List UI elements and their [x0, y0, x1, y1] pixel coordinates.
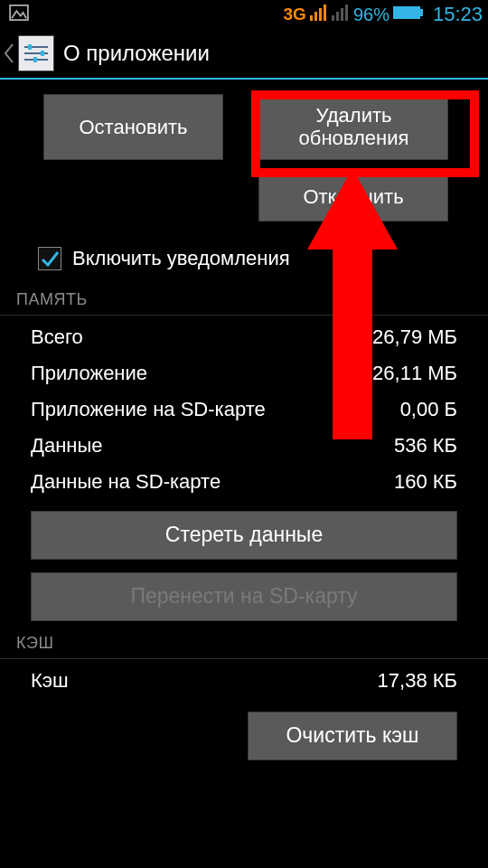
notifications-label: Включить уведомления — [72, 247, 290, 270]
svg-rect-16 — [33, 57, 37, 62]
svg-rect-4 — [324, 5, 326, 21]
settings-icon — [18, 35, 54, 71]
move-sd-wrap: Перенести на SD-карту — [0, 569, 488, 630]
clock: 15:23 — [433, 3, 483, 26]
svg-rect-8 — [345, 5, 348, 21]
cache-row: Кэш17,38 КБ — [0, 663, 488, 699]
storage-row: Приложение на SD-карте0,00 Б — [0, 392, 488, 428]
disable-button[interactable]: Отключить — [258, 173, 448, 222]
cache-section-header: КЭШ — [0, 630, 488, 659]
storage-row: Всего26,79 МБ — [0, 319, 488, 355]
notifications-row[interactable]: Включить уведомления — [0, 234, 488, 287]
storage-section-header: ПАМЯТЬ — [0, 287, 488, 316]
stop-button[interactable]: Остановить — [43, 94, 223, 160]
cache-list: Кэш17,38 КБ — [0, 659, 488, 706]
signal-bars-icon-1 — [310, 5, 328, 25]
picture-icon — [9, 5, 29, 25]
title-bar[interactable]: О приложении — [0, 29, 488, 80]
storage-row: Приложение26,11 МБ — [0, 355, 488, 392]
notifications-checkbox[interactable] — [38, 247, 61, 270]
network-label: 3G — [284, 5, 306, 24]
status-bar: 3G 96% 15:23 — [0, 0, 488, 29]
uninstall-updates-button[interactable]: Удалить обновления — [259, 94, 448, 160]
svg-rect-7 — [341, 8, 343, 21]
svg-rect-1 — [310, 15, 313, 21]
svg-rect-10 — [420, 9, 423, 16]
svg-rect-14 — [41, 51, 44, 56]
storage-row: Данные536 КБ — [0, 428, 488, 464]
action-row-2: Отключить — [0, 173, 488, 222]
battery-icon — [393, 5, 426, 25]
move-to-sd-button: Перенести на SD-карту — [31, 572, 457, 621]
clear-cache-button[interactable]: Очистить кэш — [248, 712, 457, 760]
page-title: О приложении — [63, 41, 210, 66]
action-row-1: Остановить Удалить обновления — [0, 94, 488, 160]
svg-rect-3 — [319, 8, 322, 21]
status-left — [5, 5, 284, 25]
svg-rect-6 — [336, 12, 339, 21]
clear-data-wrap: Стереть данные — [0, 507, 488, 569]
svg-rect-9 — [393, 6, 420, 19]
clear-data-button[interactable]: Стереть данные — [31, 511, 457, 560]
signal-bars-icon-2 — [332, 5, 350, 25]
storage-row: Данные на SD-карте160 КБ — [0, 464, 488, 500]
content: Остановить Удалить обновления Отключить … — [0, 80, 488, 868]
battery-percentage: 96% — [353, 5, 389, 25]
back-chevron-icon[interactable] — [0, 28, 18, 79]
status-right: 3G 96% 15:23 — [284, 3, 483, 26]
clear-cache-row: Очистить кэш — [0, 706, 488, 760]
svg-rect-5 — [332, 15, 334, 21]
svg-rect-2 — [314, 12, 317, 21]
svg-rect-12 — [28, 44, 32, 50]
storage-list: Всего26,79 МБ Приложение26,11 МБ Приложе… — [0, 316, 488, 507]
